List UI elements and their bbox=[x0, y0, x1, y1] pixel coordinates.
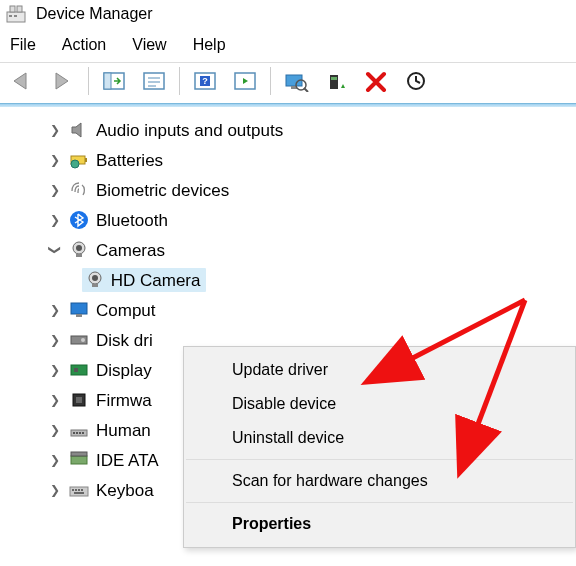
menu-file[interactable]: File bbox=[10, 36, 36, 54]
tree-node-computers[interactable]: ❯ Comput bbox=[48, 295, 576, 325]
context-menu: Update driver Disable device Uninstall d… bbox=[183, 346, 576, 548]
svg-rect-50 bbox=[78, 489, 80, 491]
show-hide-console-button[interactable] bbox=[95, 65, 133, 97]
svg-rect-46 bbox=[71, 452, 87, 456]
help-button[interactable]: ? bbox=[186, 65, 224, 97]
svg-rect-3 bbox=[9, 15, 12, 17]
svg-rect-32 bbox=[71, 303, 87, 314]
tree-node-bluetooth[interactable]: ❯ Bluetooth bbox=[48, 205, 576, 235]
chevron-right-icon[interactable]: ❯ bbox=[48, 184, 62, 196]
svg-rect-37 bbox=[74, 368, 78, 372]
tree-label: Biometric devices bbox=[96, 182, 229, 199]
tree-label: Audio inputs and outputs bbox=[96, 122, 283, 139]
tree-label: Cameras bbox=[96, 242, 165, 259]
chevron-right-icon[interactable]: ❯ bbox=[48, 154, 62, 166]
monitor-icon bbox=[68, 299, 90, 321]
svg-rect-4 bbox=[14, 15, 17, 17]
toolbar-separator bbox=[270, 67, 271, 95]
svg-rect-43 bbox=[79, 432, 81, 434]
hid-icon bbox=[68, 419, 90, 441]
chevron-right-icon[interactable]: ❯ bbox=[48, 454, 62, 466]
tree-label: Display bbox=[96, 362, 152, 379]
battery-icon bbox=[68, 149, 90, 171]
svg-rect-6 bbox=[104, 73, 111, 89]
tree-node-biometric[interactable]: ❯ Biometric devices bbox=[48, 175, 576, 205]
window-title: Device Manager bbox=[36, 5, 153, 23]
svg-rect-7 bbox=[144, 73, 164, 89]
ctx-uninstall-device[interactable]: Uninstall device bbox=[184, 421, 575, 455]
tree-node-audio[interactable]: ❯ Audio inputs and outputs bbox=[48, 115, 576, 145]
tree-node-batteries[interactable]: ❯ Batteries bbox=[48, 145, 576, 175]
tree-label: Keyboa bbox=[96, 482, 154, 499]
chevron-right-icon[interactable]: ❯ bbox=[48, 124, 62, 136]
chevron-down-icon[interactable]: ❯ bbox=[49, 243, 61, 257]
forward-button[interactable] bbox=[44, 65, 82, 97]
keyboard-icon bbox=[68, 479, 90, 501]
scan-hardware-button[interactable] bbox=[277, 65, 315, 97]
svg-point-24 bbox=[71, 160, 79, 168]
camera-icon bbox=[84, 269, 106, 291]
device-manager-icon bbox=[6, 4, 26, 24]
svg-rect-42 bbox=[76, 432, 78, 434]
svg-rect-44 bbox=[82, 432, 84, 434]
disk-icon bbox=[68, 329, 90, 351]
svg-rect-45 bbox=[71, 456, 87, 464]
camera-icon bbox=[68, 239, 90, 261]
show-hidden-devices-button[interactable] bbox=[226, 65, 264, 97]
svg-point-27 bbox=[76, 245, 82, 251]
display-adapter-icon bbox=[68, 359, 90, 381]
svg-point-35 bbox=[81, 338, 85, 342]
svg-rect-33 bbox=[76, 314, 82, 317]
chevron-right-icon[interactable]: ❯ bbox=[48, 424, 62, 436]
ctx-update-driver[interactable]: Update driver bbox=[184, 353, 575, 387]
tree-node-hd-camera[interactable]: HD Camera bbox=[82, 265, 576, 295]
tree-label: Batteries bbox=[96, 152, 163, 169]
menu-action[interactable]: Action bbox=[62, 36, 106, 54]
svg-line-18 bbox=[304, 88, 308, 92]
tree-label: Bluetooth bbox=[96, 212, 168, 229]
disable-device-button[interactable] bbox=[397, 65, 435, 97]
menu-view[interactable]: View bbox=[132, 36, 166, 54]
ctx-disable-device[interactable]: Disable device bbox=[184, 387, 575, 421]
chevron-right-icon[interactable]: ❯ bbox=[48, 214, 62, 226]
chevron-right-icon[interactable]: ❯ bbox=[48, 304, 62, 316]
svg-rect-1 bbox=[10, 6, 15, 12]
toolbar-separator bbox=[179, 67, 180, 95]
menu-divider bbox=[186, 459, 573, 460]
speaker-icon bbox=[68, 119, 90, 141]
properties-button[interactable] bbox=[135, 65, 173, 97]
tree-node-cameras[interactable]: ❯ Cameras bbox=[48, 235, 576, 265]
chevron-right-icon[interactable]: ❯ bbox=[48, 394, 62, 406]
chip-icon bbox=[68, 389, 90, 411]
tree-label: Firmwa bbox=[96, 392, 152, 409]
svg-rect-51 bbox=[81, 489, 83, 491]
chevron-right-icon[interactable]: ❯ bbox=[48, 484, 62, 496]
svg-rect-20 bbox=[331, 77, 337, 80]
svg-rect-31 bbox=[92, 284, 98, 287]
svg-rect-36 bbox=[71, 365, 87, 375]
svg-rect-52 bbox=[74, 492, 84, 494]
chevron-right-icon[interactable]: ❯ bbox=[48, 334, 62, 346]
uninstall-device-button[interactable] bbox=[357, 65, 395, 97]
bluetooth-icon bbox=[68, 209, 90, 231]
menu-help[interactable]: Help bbox=[193, 36, 226, 54]
svg-rect-23 bbox=[85, 158, 87, 162]
ctx-properties[interactable]: Properties bbox=[184, 507, 575, 541]
tree-label: IDE ATA bbox=[96, 452, 159, 469]
svg-rect-49 bbox=[75, 489, 77, 491]
svg-rect-48 bbox=[72, 489, 74, 491]
ctx-scan-hardware[interactable]: Scan for hardware changes bbox=[184, 464, 575, 498]
svg-rect-39 bbox=[76, 397, 82, 403]
update-driver-button[interactable] bbox=[317, 65, 355, 97]
tree-label: Human bbox=[96, 422, 151, 439]
svg-rect-2 bbox=[17, 6, 22, 12]
ide-controller-icon bbox=[68, 449, 90, 471]
tree-label: Comput bbox=[96, 302, 156, 319]
tree-label: HD Camera bbox=[111, 271, 201, 290]
titlebar: Device Manager bbox=[0, 0, 576, 30]
svg-rect-47 bbox=[70, 487, 88, 496]
back-button[interactable] bbox=[4, 65, 42, 97]
chevron-right-icon[interactable]: ❯ bbox=[48, 364, 62, 376]
svg-rect-28 bbox=[76, 254, 82, 257]
menu-divider bbox=[186, 502, 573, 503]
